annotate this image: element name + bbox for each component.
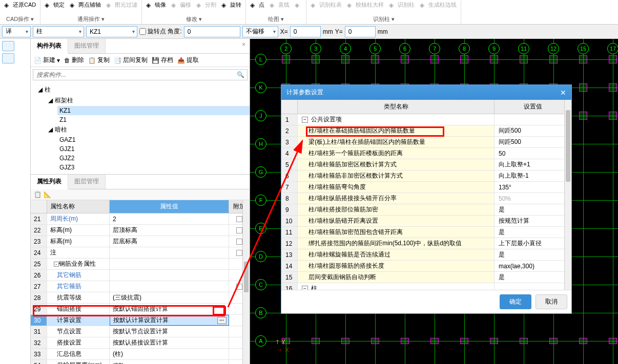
modal-row-2[interactable]: 2 柱/墙柱在基础插筋锚固区内的箍筋数量间距500: [281, 125, 571, 137]
tree-leaf-GAZ1[interactable]: GAZ1: [57, 135, 250, 144]
modal-row-9[interactable]: 9 柱/墙柱搭接部位箍筋加密是: [281, 204, 571, 216]
ribbon-mirror[interactable]: ◈镜像: [146, 1, 166, 9]
column-rect[interactable]: [460, 338, 468, 344]
column-rect[interactable]: [579, 83, 587, 92]
search-input[interactable]: [33, 69, 248, 80]
prop-row-28[interactable]: 28 抗震等级(三级抗震): [31, 292, 250, 304]
column-rect[interactable]: [282, 55, 290, 63]
collapse-icon[interactable]: −: [302, 117, 308, 123]
prop-row-27[interactable]: 27 其它箍筋: [31, 281, 250, 292]
search-icon[interactable]: 🔍: [237, 71, 244, 78]
rotate-angle-input[interactable]: 0: [184, 26, 240, 37]
delete-button[interactable]: 🗑 删除: [64, 56, 84, 65]
copy-button[interactable]: 📋 复制: [88, 56, 110, 65]
ribbon-rotate[interactable]: ◈旋转: [221, 1, 241, 9]
modal-row-5[interactable]: 5 柱/墙柱箍筋加密区根数计算方式向上取整+1: [281, 159, 571, 170]
extract-button[interactable]: 📤 提取: [177, 56, 199, 65]
modal-row-7[interactable]: 7 柱/墙柱箍筋弯勾角度135°: [281, 182, 571, 193]
strip-icon-1[interactable]: [2, 41, 14, 51]
column-rect[interactable]: [282, 338, 290, 344]
column-rect[interactable]: [520, 55, 528, 63]
column-rect[interactable]: [490, 338, 498, 344]
ribbon-group-label[interactable]: 识别柱 ▾: [311, 15, 457, 23]
prop-row-31[interactable]: 31 节点设置按默认节点设置计算: [31, 326, 250, 337]
ribbon-lock[interactable]: ◈锁定: [45, 1, 65, 9]
column-rect[interactable]: [549, 55, 558, 63]
tree-leaf-GJZ1[interactable]: GJZ1: [57, 144, 250, 154]
rotate-checkbox[interactable]: 旋转点 角度:: [139, 27, 182, 36]
tree-leaf-GJZ2[interactable]: GJZ2: [57, 154, 250, 163]
ribbon-axis[interactable]: ◈两点辅轴: [70, 1, 101, 9]
modal-row-14[interactable]: 14 柱/墙柱圆形箍筋的搭接长度max(lae,300): [281, 261, 571, 272]
modal-row-15[interactable]: 15 层间变截面钢筋自动判断是: [281, 272, 571, 283]
tab-component-list[interactable]: 构件列表: [31, 39, 68, 54]
column-rect[interactable]: [520, 338, 528, 344]
close-icon[interactable]: ×: [238, 39, 250, 53]
tab-prop-list[interactable]: 属性列表: [31, 175, 68, 189]
column-rect[interactable]: [312, 55, 320, 63]
modal-scrollbar[interactable]: [564, 100, 571, 290]
column-rect[interactable]: [312, 338, 320, 344]
ribbon-group-label[interactable]: CAD操作 ▾: [4, 15, 36, 23]
column-rect[interactable]: [430, 55, 439, 63]
layercopy-button[interactable]: 📑 层间复制: [114, 56, 148, 65]
modal-row-13[interactable]: 13 柱/墙柱螺旋箍筋是否连续通过是: [281, 249, 571, 261]
toolbar-drop2[interactable]: 柱: [33, 26, 84, 37]
prop-row-23[interactable]: 23标高(m)层底标高: [31, 236, 250, 247]
column-rect[interactable]: [371, 338, 379, 344]
prop-row-33[interactable]: 33 汇总信息(柱): [31, 349, 250, 360]
prop-row-21[interactable]: 21周周长(m)2: [31, 213, 250, 225]
tab-layer-mgmt[interactable]: 图层管理: [68, 175, 106, 189]
prop-row-24[interactable]: 24注: [31, 247, 250, 259]
tree-leaf-Z1[interactable]: Z1: [57, 115, 250, 124]
tree-root[interactable]: ◢ 柱: [37, 84, 250, 95]
column-rect[interactable]: [430, 338, 439, 344]
ribbon-undo[interactable]: ◈还原CAD: [4, 1, 36, 9]
y-input[interactable]: 0: [345, 26, 376, 37]
tree-group[interactable]: ◢ 暗柱: [47, 124, 250, 135]
toolbar-drop1[interactable]: 译: [2, 26, 31, 37]
modal-row-1[interactable]: 1−公共设置项: [281, 114, 571, 125]
modal-row-12[interactable]: 12 绑扎搭接范围内的箍筋间距min(5d,100)中，纵筋d的取值上下层最小直…: [281, 238, 571, 249]
tree-leaf-KZ1[interactable]: KZ1: [57, 106, 250, 115]
tab-drawing-mgmt[interactable]: 图纸管理: [68, 39, 106, 53]
prop-icon-2[interactable]: 📐: [44, 191, 51, 198]
ribbon-group-label[interactable]: 通用操作 ▾: [45, 15, 137, 23]
column-rect[interactable]: [579, 55, 587, 63]
strip-icon-2[interactable]: [2, 53, 14, 63]
column-rect[interactable]: [460, 55, 468, 63]
modal-titlebar[interactable]: 计算参数设置 ✕: [281, 85, 571, 100]
ribbon-group-label[interactable]: 绘图 ▾: [250, 15, 302, 23]
ribbon-point[interactable]: ◈点: [250, 1, 264, 9]
prop-row-34[interactable]: 34 保护层厚度(mm)(20): [31, 360, 250, 364]
cancel-button[interactable]: 取消: [535, 294, 567, 309]
column-rect[interactable]: [341, 338, 349, 344]
tree-group[interactable]: ◢ 框架柱: [47, 95, 250, 106]
column-rect[interactable]: [609, 112, 617, 120]
x-input[interactable]: 0: [290, 26, 321, 37]
modal-close-icon[interactable]: ✕: [560, 89, 566, 97]
column-rect[interactable]: [549, 338, 558, 344]
column-rect[interactable]: [609, 83, 617, 92]
modal-row-3[interactable]: 3 梁(板)上柱/墙柱在插筋锚固区内的箍筋数量间距500: [281, 137, 571, 148]
prop-checkbox[interactable]: [236, 250, 242, 256]
prop-checkbox[interactable]: [236, 227, 242, 233]
modal-row-6[interactable]: 6 柱/墙柱箍筋非加密区根数计算方式向上取整-1: [281, 170, 571, 182]
modal-row-10[interactable]: 10 柱/墙柱纵筋错开距离设置按规范计算: [281, 216, 571, 227]
ok-button[interactable]: 确定: [500, 294, 531, 309]
modal-row-8[interactable]: 8 柱/墙柱纵筋搭接接头错开百分率50%: [281, 193, 571, 204]
archive-button[interactable]: 💾 存档: [152, 56, 173, 65]
prop-checkbox[interactable]: [236, 216, 242, 222]
prop-row-29[interactable]: 29 锚固搭接按默认锚固搭接计算: [31, 304, 250, 315]
tree-leaf-GJZ3[interactable]: GJZ3: [57, 163, 250, 172]
column-rect[interactable]: [401, 55, 409, 63]
prop-checkbox[interactable]: [236, 239, 242, 245]
prop-icon-1[interactable]: 📋: [34, 191, 42, 198]
prop-row-32[interactable]: 32 搭接设置按默认搭接设置计算: [31, 337, 250, 349]
column-rect[interactable]: [579, 112, 587, 120]
modal-row-4[interactable]: 4 柱/墙柱第一个箍筋距楼板面的距离50: [281, 148, 571, 159]
modal-row-11[interactable]: 11 柱/墙柱箍筋加密范围包含错开距离是: [281, 227, 571, 238]
offset-mode-drop[interactable]: 不偏移: [242, 26, 278, 37]
toolbar-drop3[interactable]: KZ1: [86, 26, 137, 37]
column-rect[interactable]: [371, 55, 379, 63]
